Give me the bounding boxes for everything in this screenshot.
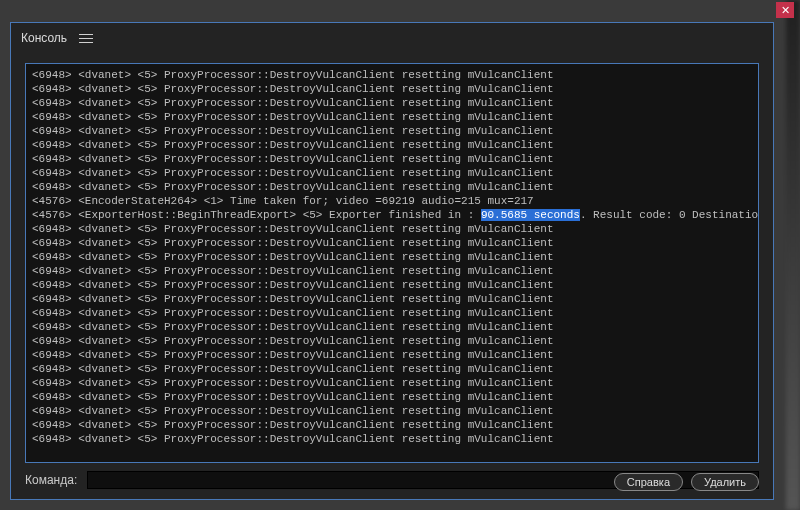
log-line: <6948> <dvanet> <5> ProxyProcessor::Dest… [32,320,752,334]
log-line: <6948> <dvanet> <5> ProxyProcessor::Dest… [32,390,752,404]
log-output[interactable]: <6948> <dvanet> <5> ProxyProcessor::Dest… [26,64,758,462]
delete-button[interactable]: Удалить [691,473,759,491]
log-line: <6948> <dvanet> <5> ProxyProcessor::Dest… [32,432,752,446]
app-window: ✕ Консоль <6948> <dvanet> <5> ProxyProce… [0,0,800,510]
log-line: <6948> <dvanet> <5> ProxyProcessor::Dest… [32,236,752,250]
log-line: <6948> <dvanet> <5> ProxyProcessor::Dest… [32,292,752,306]
highlighted-text: 90.5685 seconds [481,209,580,221]
log-line: <6948> <dvanet> <5> ProxyProcessor::Dest… [32,124,752,138]
log-line: <6948> <dvanet> <5> ProxyProcessor::Dest… [32,404,752,418]
log-line: <6948> <dvanet> <5> ProxyProcessor::Dest… [32,68,752,82]
log-line: <6948> <dvanet> <5> ProxyProcessor::Dest… [32,96,752,110]
log-container: <6948> <dvanet> <5> ProxyProcessor::Dest… [25,63,759,463]
log-line: <6948> <dvanet> <5> ProxyProcessor::Dest… [32,138,752,152]
log-line: <6948> <dvanet> <5> ProxyProcessor::Dest… [32,250,752,264]
log-line: <6948> <dvanet> <5> ProxyProcessor::Dest… [32,362,752,376]
log-line: <6948> <dvanet> <5> ProxyProcessor::Dest… [32,348,752,362]
help-button[interactable]: Справка [614,473,683,491]
log-line: <6948> <dvanet> <5> ProxyProcessor::Dest… [32,110,752,124]
panel-header: Консоль [11,23,773,53]
close-button[interactable]: ✕ [776,2,794,18]
background-strip [786,0,800,510]
log-line: <6948> <dvanet> <5> ProxyProcessor::Dest… [32,166,752,180]
log-line: <6948> <dvanet> <5> ProxyProcessor::Dest… [32,222,752,236]
log-line: <6948> <dvanet> <5> ProxyProcessor::Dest… [32,306,752,320]
command-label: Команда: [25,473,77,487]
log-line: <6948> <dvanet> <5> ProxyProcessor::Dest… [32,278,752,292]
console-panel: Консоль <6948> <dvanet> <5> ProxyProcess… [10,22,774,500]
log-line: <6948> <dvanet> <5> ProxyProcessor::Dest… [32,264,752,278]
log-line: <6948> <dvanet> <5> ProxyProcessor::Dest… [32,152,752,166]
button-row: Справка Удалить [614,473,759,491]
log-line: <4576> <EncoderStateH264> <1> Time taken… [32,194,752,208]
log-line: <4576> <ExporterHost::BeginThreadExport>… [32,208,752,222]
hamburger-icon[interactable] [79,31,93,46]
log-line: <6948> <dvanet> <5> ProxyProcessor::Dest… [32,82,752,96]
log-line: <6948> <dvanet> <5> ProxyProcessor::Dest… [32,180,752,194]
panel-title: Консоль [21,31,67,45]
log-line: <6948> <dvanet> <5> ProxyProcessor::Dest… [32,376,752,390]
log-line: <6948> <dvanet> <5> ProxyProcessor::Dest… [32,334,752,348]
log-line: <6948> <dvanet> <5> ProxyProcessor::Dest… [32,418,752,432]
